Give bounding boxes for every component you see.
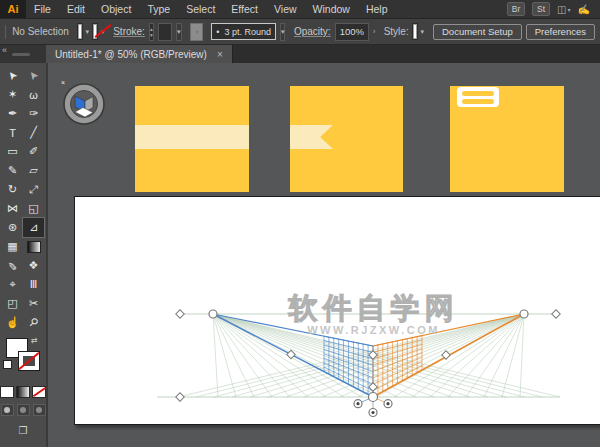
- menu-help[interactable]: Help: [358, 0, 396, 18]
- mesh-tool[interactable]: ▦: [2, 237, 23, 256]
- illustrator-window: Ai FileEditObjectTypeSelectEffectViewWin…: [0, 0, 600, 447]
- fill-chevron-icon[interactable]: ▾: [86, 28, 90, 36]
- symbol-sprayer-tool[interactable]: ⌖: [2, 275, 23, 294]
- gradient-button[interactable]: [16, 386, 30, 398]
- color-button[interactable]: [0, 386, 14, 398]
- workspace-switcher-button[interactable]: ◫ ▾: [557, 4, 570, 15]
- collapse-panel-icon[interactable]: «: [2, 45, 7, 55]
- menu-window[interactable]: Window: [305, 0, 358, 18]
- variable-width-profile-dropdown: ▾: [190, 23, 203, 41]
- menu-items: FileEditObjectTypeSelectEffectViewWindow…: [26, 0, 396, 18]
- default-fill-stroke-icon[interactable]: [3, 360, 12, 369]
- menu-view[interactable]: View: [266, 0, 305, 18]
- plane-switching-widget[interactable]: ×: [61, 81, 107, 127]
- share-icon: ✍: [578, 4, 590, 15]
- chevron-down-icon: ▾: [281, 28, 285, 36]
- brush-definition-dropdown[interactable]: • 3 pt. Round: [211, 23, 276, 40]
- fill-color-swatch[interactable]: [78, 24, 82, 39]
- stroke-weight-input[interactable]: [158, 23, 172, 41]
- tools-grid: ➤➤✶ω✒✑T╱▭✐✎▱↻⤢⋈◱⊛⊿▦✎❖⌖Ⅲ◰✂☝⚲: [0, 63, 46, 332]
- menu-bar: Ai FileEditObjectTypeSelectEffectViewWin…: [0, 0, 600, 19]
- menu-object[interactable]: Object: [93, 0, 139, 18]
- brush-preview-dot: •: [216, 27, 219, 37]
- rectangle-tool[interactable]: ▭: [2, 142, 23, 161]
- preferences-button[interactable]: Preferences: [526, 24, 595, 40]
- stroke-label[interactable]: Stroke:: [113, 26, 145, 37]
- document-tab[interactable]: Untitled-1* @ 50% (RGB/Preview) ×: [46, 45, 233, 63]
- style-swatch[interactable]: [413, 24, 417, 39]
- stroke-weight-stepper[interactable]: ▴ ▾: [149, 23, 154, 41]
- draw-behind-button[interactable]: [17, 404, 30, 416]
- color-type-buttons: [0, 386, 46, 398]
- opacity-input[interactable]: 100%: [335, 23, 369, 41]
- shape-builder-tool[interactable]: ⊛: [2, 218, 23, 237]
- tab-close-icon[interactable]: ×: [217, 49, 223, 60]
- perspective-grid-tool[interactable]: ⊿: [23, 218, 44, 237]
- stroke-indicator-swatch[interactable]: [18, 351, 40, 371]
- widget-close-icon[interactable]: ×: [61, 79, 65, 86]
- type-tool[interactable]: T: [2, 123, 23, 142]
- main-area: ➤➤✶ω✒✑T╱▭✐✎▱↻⤢⋈◱⊛⊿▦✎❖⌖Ⅲ◰✂☝⚲ ⇄ ❐: [0, 63, 600, 447]
- app-logo[interactable]: Ai: [0, 0, 26, 18]
- opacity-arrow-icon[interactable]: ›: [373, 28, 375, 35]
- free-transform-tool[interactable]: ◱: [23, 199, 44, 218]
- menu-bar-right: Br St ◫ ▾ ✍: [507, 2, 600, 16]
- curvature-tool[interactable]: ✑: [23, 104, 44, 123]
- brush-name: 3 pt. Round: [224, 27, 271, 37]
- artboard-tool[interactable]: ◰: [2, 294, 23, 313]
- drawing-mode-buttons: [0, 404, 46, 416]
- none-button[interactable]: [32, 386, 46, 398]
- stroke-color-swatch[interactable]: [93, 24, 97, 39]
- fill-stroke-indicator: ⇄: [0, 336, 46, 382]
- screen-mode-button[interactable]: ❐: [0, 425, 46, 436]
- brush-dropdown-chevron[interactable]: ▾: [280, 23, 286, 41]
- share-button[interactable]: ✍: [578, 4, 590, 15]
- blend-tool[interactable]: ❖: [23, 256, 44, 275]
- bridge-button[interactable]: Br: [507, 2, 525, 16]
- style-label: Style:: [384, 26, 409, 37]
- line-segment-tool[interactable]: ╱: [23, 123, 44, 142]
- document-tab-title: Untitled-1* @ 50% (RGB/Preview): [55, 49, 207, 60]
- stroke-weight-dropdown[interactable]: ▾: [176, 23, 182, 41]
- menu-edit[interactable]: Edit: [59, 0, 93, 18]
- toolbar-dock-header: «: [0, 45, 46, 63]
- workspace-icon: ◫: [557, 4, 566, 15]
- menu-effect[interactable]: Effect: [223, 0, 266, 18]
- stock-button[interactable]: St: [532, 2, 550, 16]
- tools-panel: ➤➤✶ω✒✑T╱▭✐✎▱↻⤢⋈◱⊛⊿▦✎❖⌖Ⅲ◰✂☝⚲ ⇄ ❐: [0, 63, 48, 447]
- stepper-down-icon[interactable]: ▾: [150, 32, 153, 38]
- document-setup-button[interactable]: Document Setup: [433, 24, 522, 40]
- chevron-down-icon: ▾: [177, 28, 181, 36]
- scale-tool[interactable]: ⤢: [23, 180, 44, 199]
- eyedropper-tool[interactable]: ✎: [2, 256, 23, 275]
- draw-inside-button[interactable]: [33, 404, 46, 416]
- column-graph-tool[interactable]: Ⅲ: [23, 275, 44, 294]
- rotate-tool[interactable]: ↻: [2, 180, 23, 199]
- pencil-tool[interactable]: ✎: [2, 161, 23, 180]
- chevron-down-icon: ▾: [568, 6, 571, 13]
- plane-widget-cube: [61, 81, 107, 127]
- selection-status: No Selection: [12, 26, 69, 37]
- swap-fill-stroke-icon[interactable]: ⇄: [31, 336, 38, 345]
- style-chevron-icon[interactable]: ▾: [421, 28, 425, 36]
- panel-gripper-bar[interactable]: [12, 53, 30, 56]
- width-tool[interactable]: ⋈: [2, 199, 23, 218]
- perspective-grid[interactable]: [48, 63, 600, 447]
- menu-file[interactable]: File: [26, 0, 59, 18]
- gradient-tool[interactable]: [23, 237, 44, 256]
- draw-normal-button[interactable]: [1, 404, 14, 416]
- menu-select[interactable]: Select: [178, 0, 223, 18]
- menu-type[interactable]: Type: [139, 0, 178, 18]
- opacity-label[interactable]: Opacity:: [294, 26, 331, 37]
- paintbrush-tool[interactable]: ✐: [23, 142, 44, 161]
- pen-tool[interactable]: ✒: [2, 104, 23, 123]
- tab-bar: « Untitled-1* @ 50% (RGB/Preview) ×: [0, 45, 600, 63]
- control-bar: No Selection ▾ ▾ Stroke: ▴ ▾ ▾ ▾ • 3 pt.…: [0, 19, 600, 45]
- chevron-down-icon: ▾: [196, 28, 199, 35]
- canvas-area[interactable]: 软件自学网 WWW.RJZXW.COM ×: [48, 63, 600, 447]
- eraser-tool[interactable]: ▱: [23, 161, 44, 180]
